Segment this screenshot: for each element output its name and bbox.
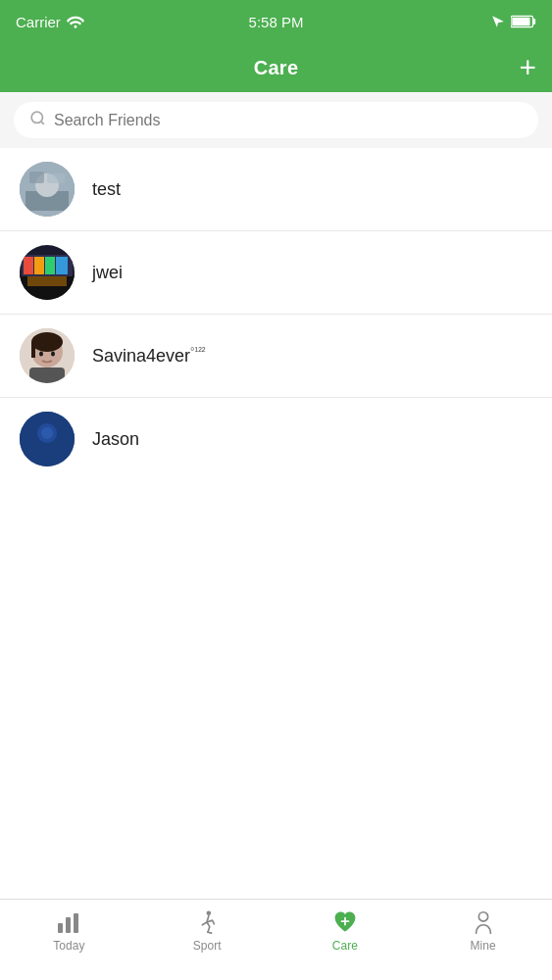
name-suffix: °¹²² xyxy=(190,345,205,357)
svg-rect-9 xyxy=(47,173,65,183)
svg-line-4 xyxy=(41,122,44,124)
search-input[interactable] xyxy=(54,112,523,129)
status-time: 5:58 PM xyxy=(249,14,304,30)
friend-list: test jwei xyxy=(0,148,552,480)
list-item[interactable]: test xyxy=(0,148,552,231)
avatar-image xyxy=(20,328,75,383)
bar-chart-icon xyxy=(56,909,81,935)
avatar xyxy=(20,162,75,217)
tab-care[interactable]: Care xyxy=(276,909,415,953)
avatar xyxy=(20,245,75,300)
tab-mine-label: Mine xyxy=(471,939,496,953)
svg-point-24 xyxy=(51,352,55,357)
friend-name: test xyxy=(92,179,121,200)
search-container xyxy=(0,92,552,148)
svg-point-34 xyxy=(478,912,487,921)
tab-today[interactable]: Today xyxy=(0,909,138,953)
list-item[interactable]: Jason xyxy=(0,398,552,480)
heart-plus-icon xyxy=(331,909,359,935)
search-bar xyxy=(14,102,538,138)
location-icon xyxy=(491,15,505,28)
svg-rect-21 xyxy=(31,342,35,358)
tab-sport-label: Sport xyxy=(193,939,222,953)
svg-rect-28 xyxy=(58,923,63,933)
svg-rect-8 xyxy=(29,172,44,183)
svg-rect-13 xyxy=(24,257,33,274)
avatar xyxy=(20,412,75,466)
header: Care + xyxy=(0,43,552,92)
tab-care-label: Care xyxy=(332,939,358,953)
svg-rect-22 xyxy=(29,368,65,383)
person-icon xyxy=(472,909,495,935)
carrier-label: Carrier xyxy=(16,14,61,30)
tab-mine[interactable]: Mine xyxy=(414,909,552,953)
battery-icon xyxy=(511,15,536,28)
tab-today-label: Today xyxy=(53,939,84,953)
svg-point-23 xyxy=(39,352,43,357)
status-bar: Carrier 5:58 PM xyxy=(0,0,552,43)
search-icon xyxy=(29,110,46,130)
svg-point-20 xyxy=(31,332,63,352)
svg-rect-16 xyxy=(56,257,68,274)
svg-rect-1 xyxy=(512,18,529,26)
avatar-image xyxy=(20,245,75,300)
svg-point-3 xyxy=(31,112,42,122)
avatar-image xyxy=(20,162,75,217)
list-item[interactable]: jwei xyxy=(0,231,552,315)
svg-point-27 xyxy=(41,427,53,439)
svg-rect-30 xyxy=(74,913,78,933)
friend-name: Jason xyxy=(92,429,139,450)
friend-name: jwei xyxy=(92,263,123,283)
header-title: Care xyxy=(254,57,299,79)
add-friend-button[interactable]: + xyxy=(519,53,536,82)
status-carrier: Carrier xyxy=(16,14,84,30)
status-icons xyxy=(491,15,536,28)
svg-rect-15 xyxy=(45,257,55,274)
avatar-image xyxy=(20,412,75,466)
tab-bar: Today Sport Care Mine xyxy=(0,899,552,980)
wifi-icon xyxy=(67,15,84,28)
list-item[interactable]: Savina4ever°¹²² xyxy=(0,315,552,398)
friend-name: Savina4ever°¹²² xyxy=(92,345,205,367)
svg-rect-29 xyxy=(66,917,71,933)
tab-sport[interactable]: Sport xyxy=(138,909,276,953)
svg-rect-17 xyxy=(27,276,67,286)
svg-rect-2 xyxy=(533,19,536,24)
avatar xyxy=(20,328,75,383)
run-icon xyxy=(195,909,219,935)
svg-rect-14 xyxy=(34,257,44,274)
svg-point-31 xyxy=(207,910,212,915)
